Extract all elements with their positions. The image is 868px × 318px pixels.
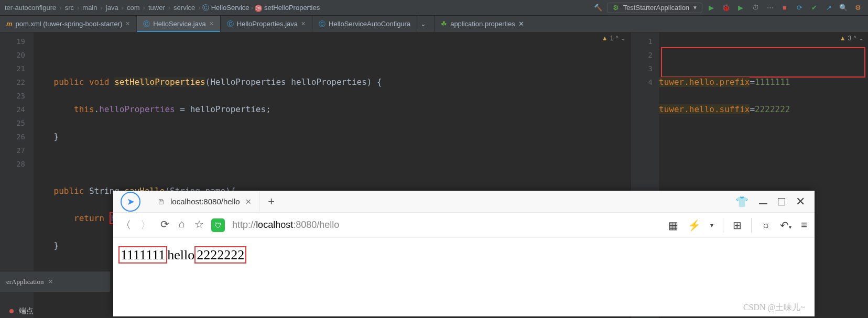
breakpoint-icon [9, 309, 14, 313]
class-icon: Ⓒ [227, 19, 234, 29]
extensions-icon[interactable]: ⊞ [733, 219, 742, 232]
breadcrumb[interactable]: ter-autoconfigure› src› main› java› com›… [0, 3, 588, 13]
more-run-icon[interactable]: ⋯ [764, 2, 776, 14]
tab-label: HelloProperties.java [237, 20, 298, 28]
code-line: this.helloProperties = helloProperties; [34, 103, 630, 116]
address-bar[interactable]: http://localhost:8080/hello [232, 220, 661, 231]
browser-content: 1111111hello2222222 [113, 238, 815, 272]
minimize-button[interactable] [759, 203, 767, 204]
run-toolbar: 🔨 ⚙ TestStarterApplication ▼ ▶ 🐞 ▶ ⏱ ⋯ ■… [588, 2, 868, 14]
line-number: 25 [0, 116, 34, 130]
settings-icon[interactable]: ⚙ [852, 2, 864, 14]
line-number: 21 [0, 62, 34, 75]
run-config-selector[interactable]: ⚙ TestStarterApplication ▼ [607, 3, 702, 13]
spring-leaf-icon: ☘ [441, 20, 447, 28]
close-button[interactable]: ✕ [796, 195, 805, 209]
tab-auto-configuration[interactable]: Ⓒ HelloServiceAutoConfigura [312, 16, 417, 32]
tshirt-icon[interactable]: 👕 [735, 195, 748, 208]
close-icon[interactable]: ✕ [125, 20, 130, 27]
close-icon[interactable]: ✕ [301, 20, 306, 27]
profile-button[interactable]: ⏱ [750, 2, 761, 14]
browser-tab-title: localhost:8080/hello [170, 197, 240, 206]
maximize-button[interactable] [778, 198, 785, 205]
breadcrumb-seg[interactable]: java [106, 4, 118, 12]
line-number: 2 [631, 48, 659, 62]
code-line: } [34, 130, 630, 144]
line-number: 27 [0, 144, 34, 157]
breadcrumb-method[interactable]: setHelloProperties [255, 4, 320, 12]
browser-tab[interactable]: 🗎 localhost:8080/hello ✕ [150, 192, 259, 212]
line-number: 3 [631, 62, 659, 75]
code-line [34, 157, 630, 171]
browser-nav: 〈 〉 ⟳ ⌂ ☆ [121, 218, 204, 232]
tab-label: pom.xml (tuwer-spring-boot-starter) [16, 20, 123, 28]
git-update-icon[interactable]: ⟳ [794, 2, 805, 14]
new-tab-button[interactable]: + [262, 195, 281, 209]
close-icon[interactable]: ✕ [518, 20, 524, 28]
breadcrumb-seg[interactable]: service [173, 4, 195, 12]
reload-button[interactable]: ⟳ [160, 218, 169, 232]
page-icon: 🗎 [157, 197, 165, 206]
shield-icon[interactable]: 🛡 [211, 218, 225, 232]
code-area[interactable]: tuwer.hello.prefix=1111111 tuwer.hello.s… [659, 35, 868, 144]
line-number: 23 [0, 89, 34, 103]
tab-label: HelloService.java [153, 20, 205, 28]
line-number: 4 [631, 75, 659, 89]
code-line: tuwer.hello.prefix=1111111 [659, 75, 868, 89]
code-line: tuwer.hello.suffix=2222222 [659, 103, 868, 116]
debug-breakpoints-label[interactable]: 端点 [9, 306, 34, 316]
url-scheme: http:// [232, 220, 256, 230]
class-icon: Ⓒ [319, 19, 326, 29]
breadcrumb-seg[interactable]: src [65, 4, 74, 12]
build-icon[interactable]: 🔨 [592, 2, 604, 14]
close-icon[interactable]: ✕ [245, 198, 252, 206]
debug-button[interactable]: 🐞 [720, 2, 732, 14]
breadcrumb-seg[interactable]: tuwer [148, 4, 165, 12]
line-number: 20 [0, 48, 34, 62]
browser-window: ➤ 🗎 localhost:8080/hello ✕ + 👕 ✕ 〈 〉 ⟳ ⌂… [113, 191, 815, 316]
qr-icon[interactable]: ▦ [668, 219, 678, 232]
tab-application-properties[interactable]: ☘ application.properties ✕ [434, 16, 530, 32]
theme-icon[interactable]: ☼ [761, 219, 771, 231]
chevron-down-icon: ▼ [692, 5, 698, 10]
tool-tab-application[interactable]: erApplication ✕ [0, 275, 60, 289]
close-icon[interactable]: ✕ [209, 20, 214, 27]
browser-tabstrip: ➤ 🗎 localhost:8080/hello ✕ + 👕 ✕ [113, 191, 815, 213]
home-button[interactable]: ⌂ [179, 218, 185, 232]
tab-label: application.properties [450, 20, 515, 28]
chevron-down-icon[interactable]: ▾ [710, 222, 713, 229]
coverage-button[interactable]: ▶ [735, 2, 746, 14]
breadcrumb-seg[interactable]: main [82, 4, 97, 12]
line-number: 22 [0, 75, 34, 89]
forward-button[interactable]: 〉 [140, 218, 151, 232]
git-push-icon[interactable]: ↗ [823, 2, 834, 14]
url-rest: :8080/hello [293, 220, 339, 230]
spring-icon: ⚙ [612, 4, 620, 12]
tab-hello-properties[interactable]: Ⓒ HelloProperties.java ✕ [221, 16, 312, 32]
editor-tabs: m pom.xml (tuwer-spring-boot-starter) ✕ … [0, 16, 868, 32]
maven-icon: m [6, 20, 13, 28]
code-line [34, 48, 630, 62]
search-icon[interactable]: 🔍 [838, 2, 849, 14]
line-number: 19 [0, 35, 34, 48]
tabs-overflow-icon[interactable]: ⌄ [417, 16, 429, 32]
undo-icon[interactable]: ↶▾ [780, 219, 791, 232]
code-line [659, 48, 868, 62]
browser-logo-icon[interactable]: ➤ [121, 192, 140, 212]
favorite-button[interactable]: ☆ [194, 218, 204, 232]
breadcrumb-class[interactable]: HelloService [202, 3, 249, 13]
breadcrumb-seg[interactable]: com [127, 4, 140, 12]
line-number: 28 [0, 157, 34, 171]
tab-pom[interactable]: m pom.xml (tuwer-spring-boot-starter) ✕ [0, 16, 137, 32]
back-button[interactable]: 〈 [121, 218, 131, 232]
run-button[interactable]: ▶ [706, 2, 717, 14]
git-commit-icon[interactable]: ✔ [808, 2, 820, 14]
breadcrumb-seg[interactable]: ter-autoconfigure [5, 4, 56, 12]
stop-button[interactable]: ■ [779, 2, 790, 14]
tab-hello-service[interactable]: Ⓒ HelloService.java ✕ [137, 16, 220, 32]
menu-icon[interactable]: ≡ [801, 219, 807, 231]
navigation-bar: ter-autoconfigure› src› main› java› com›… [0, 0, 868, 16]
line-number: 1 [631, 35, 659, 48]
close-icon[interactable]: ✕ [48, 278, 53, 286]
bolt-icon[interactable]: ⚡ [688, 219, 701, 232]
